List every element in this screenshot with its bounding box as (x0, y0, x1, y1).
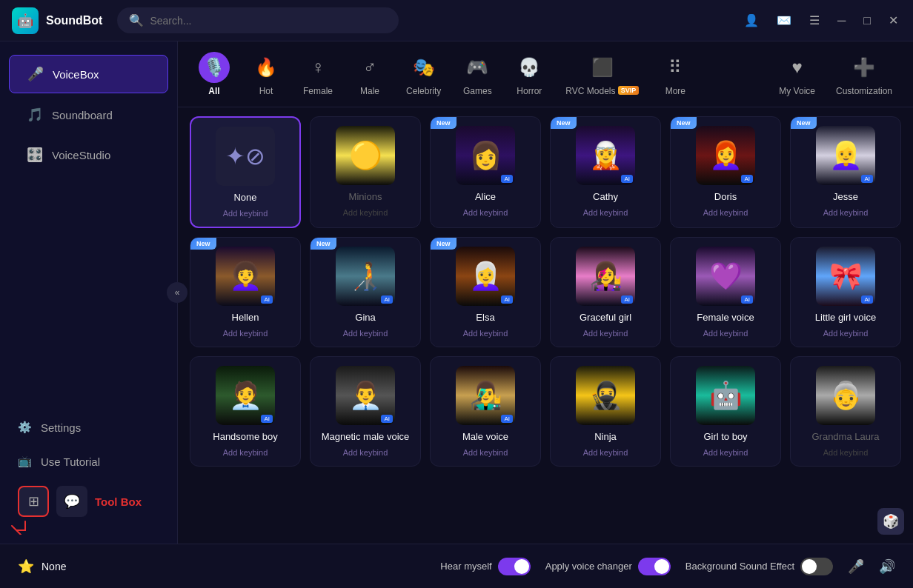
toolbox-button-1[interactable]: ⊞ (18, 486, 49, 517)
voice-card-none[interactable]: ✦⊘ None Add keybind (190, 116, 301, 228)
keybind-gina[interactable]: Add keybind (343, 329, 388, 338)
app-name: SoundBot (46, 14, 102, 27)
female-icon: ♀ (311, 57, 325, 78)
keybind-minions[interactable]: Add keybind (343, 208, 388, 217)
keybind-alice[interactable]: Add keybind (463, 208, 508, 217)
sidebar-item-voicestudio[interactable]: 🎛️ VoiceStudio (9, 136, 168, 173)
sidebar-item-soundboard[interactable]: 🎵 Soundboard (9, 96, 168, 133)
cat-tab-celebrity[interactable]: 🎭 Celebrity (397, 47, 450, 101)
keybind-grandma-laura[interactable]: Add keybind (823, 448, 869, 457)
voice-card-jesse[interactable]: New 👱‍♀️ AI Jesse Add keybind (790, 116, 901, 228)
ai-badge-male: AI (501, 415, 513, 423)
menu-icon[interactable]: ☰ (806, 10, 823, 30)
cat-tab-myvoice[interactable]: ♥ My Voice (770, 47, 824, 101)
voice-star-icon: ⭐ (18, 558, 34, 575)
voice-card-magnetic-male[interactable]: 👨‍💼 AI Magnetic male voice Add keybind (310, 356, 421, 467)
cat-tab-rvc[interactable]: ⬛ RVC Models SVIP (557, 47, 648, 101)
voice-name-female-voice: Female voice (697, 312, 754, 323)
sidebar-item-settings[interactable]: ⚙️ Settings (9, 412, 168, 443)
keybind-none[interactable]: Add keybind (223, 209, 268, 218)
voice-name-girl-to-boy: Girl to boy (703, 431, 747, 442)
hear-myself-toggle[interactable] (498, 558, 531, 575)
voice-name-male-voice: Male voice (462, 431, 508, 442)
keybind-female-voice[interactable]: Add keybind (703, 329, 748, 338)
search-input[interactable] (150, 15, 387, 27)
voice-card-grandma-laura[interactable]: 👵 Grandma Laura Add keybind (790, 356, 901, 467)
cat-label-custom: Customization (836, 86, 892, 96)
apply-voice-toggle[interactable] (638, 558, 671, 575)
cat-label-female: Female (303, 86, 333, 96)
keybind-little-girl[interactable]: Add keybind (823, 329, 869, 338)
voice-card-girl-to-boy[interactable]: 🤖 Girl to boy Add keybind (670, 356, 781, 467)
user-icon[interactable]: 👤 (741, 10, 762, 30)
keybind-handsome-boy[interactable]: Add keybind (223, 448, 268, 457)
keybind-doris[interactable]: Add keybind (703, 208, 748, 217)
cat-tab-hot[interactable]: 🔥 Hot (242, 47, 290, 101)
voice-card-female-voice[interactable]: 💜 AI Female voice Add keybind (670, 237, 781, 347)
keybind-graceful-girl[interactable]: Add keybind (583, 329, 628, 338)
new-ribbon-elsa: New (431, 238, 456, 250)
cat-tab-custom[interactable]: ➕ Customization (827, 47, 901, 101)
keybind-hellen[interactable]: Add keybind (223, 329, 268, 338)
avatar-little-girl: 🎀 AI (816, 247, 875, 306)
voice-name-jesse: Jesse (833, 191, 858, 202)
cat-tab-male[interactable]: ♂ Male (345, 47, 394, 101)
voice-card-little-girl[interactable]: 🎀 AI Little girl voice Add keybind (790, 237, 901, 347)
cat-label-all: All (208, 86, 219, 96)
cat-tab-horror[interactable]: 💀 Horror (505, 47, 554, 101)
cat-tab-female[interactable]: ♀ Female (293, 47, 342, 101)
voice-card-elsa[interactable]: New 👩‍🦳 AI Elsa Add keybind (430, 237, 541, 347)
ai-badge-female: AI (741, 295, 753, 304)
keybind-jesse[interactable]: Add keybind (823, 208, 869, 217)
voice-card-handsome-boy[interactable]: 🧑‍💼 AI Handsome boy Add keybind (190, 356, 301, 467)
voice-card-graceful-girl[interactable]: 👩‍🎤 AI Graceful girl Add keybind (550, 237, 661, 347)
voice-card-gina[interactable]: New 🧑‍🦯 AI Gina Add keybind (310, 237, 421, 347)
keybind-cathy[interactable]: Add keybind (583, 208, 628, 217)
keybind-girl-to-boy[interactable]: Add keybind (703, 448, 748, 457)
sidebar-collapse-button[interactable]: « (167, 282, 187, 303)
tutorial-label: Use Tutorial (41, 455, 100, 468)
voice-card-male-voice[interactable]: 👨‍🎤 AI Male voice Add keybind (430, 356, 541, 467)
custom-icon-wrapper: ➕ (849, 52, 880, 83)
cat-tab-games[interactable]: 🎮 Games (453, 47, 502, 101)
voice-card-ninja[interactable]: 🥷 Ninja Add keybind (550, 356, 661, 467)
apply-voice-group: Apply voice changer (545, 558, 671, 575)
bg-sound-toggle[interactable] (800, 558, 833, 575)
cat-tab-all[interactable]: 🎙️ All (190, 47, 239, 101)
toolbox-button-2[interactable]: 💬 (56, 486, 87, 517)
new-ribbon-jesse: New (791, 117, 817, 129)
mail-icon[interactable]: ✉️ (774, 10, 794, 30)
keybind-magnetic-male[interactable]: Add keybind (343, 448, 388, 457)
sidebar-bottom: ⚙️ Settings 📺 Use Tutorial ⊞ 💬 Tool Box (0, 403, 177, 532)
keybind-elsa[interactable]: Add keybind (463, 329, 508, 338)
close-icon[interactable]: ✕ (886, 10, 901, 30)
sidebar-item-voicebox[interactable]: 🎤 VoiceBox (9, 55, 168, 93)
custom-icon: ➕ (853, 57, 875, 78)
speaker-icon[interactable]: 🔊 (879, 558, 895, 575)
myvoice-icon: ♥ (792, 57, 803, 78)
avatar-magnetic-male: 👨‍💼 AI (336, 366, 395, 425)
cat-label-rvc: RVC Models SVIP (565, 86, 639, 96)
sidebar-label-voicestudio: VoiceStudio (52, 149, 110, 161)
maximize-icon[interactable]: □ (860, 11, 874, 30)
myvoice-icon-wrapper: ♥ (782, 52, 813, 83)
male-icon-wrapper: ♂ (354, 52, 385, 83)
keybind-male-voice[interactable]: Add keybind (463, 448, 508, 457)
voice-card-cathy[interactable]: New 🧝 AI Cathy Add keybind (550, 116, 661, 228)
dice-button[interactable]: 🎲 (877, 508, 904, 535)
cat-tab-more[interactable]: ⠿ More (651, 47, 700, 101)
hear-myself-label: Hear myself (440, 561, 491, 572)
avatar-girl-to-boy: 🤖 (696, 366, 755, 425)
soundboard-icon: 🎵 (27, 107, 43, 123)
voice-card-doris[interactable]: New 👩‍🦰 AI Doris Add keybind (670, 116, 781, 228)
microphone-icon[interactable]: 🎤 (848, 558, 864, 575)
apply-voice-thumb (654, 559, 669, 574)
search-bar[interactable]: 🔍 (117, 7, 399, 33)
keybind-ninja[interactable]: Add keybind (583, 448, 628, 457)
voice-card-alice[interactable]: New 👩 AI Alice Add keybind (430, 116, 541, 228)
minimize-icon[interactable]: ─ (834, 11, 849, 30)
voice-card-minions[interactable]: 🟡 Minions Add keybind (310, 116, 421, 228)
sidebar-item-tutorial[interactable]: 📺 Use Tutorial (9, 446, 168, 477)
hear-myself-thumb (514, 559, 529, 574)
voice-card-hellen[interactable]: New 👩‍🦱 AI Hellen Add keybind (190, 237, 301, 347)
